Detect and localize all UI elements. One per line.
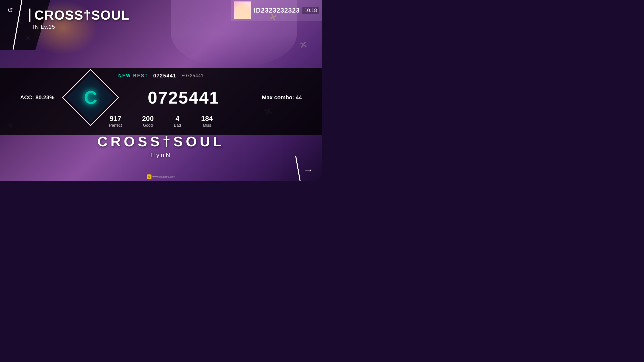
good-label: Good (142, 123, 154, 128)
miss-label: Miss (201, 123, 213, 128)
artist-name: HyuN (150, 152, 172, 159)
song-level: IN Lv.15 (33, 24, 130, 30)
watermark-icon: 金 (147, 174, 151, 179)
score-main-row: ACC: 80.23% C 0725441 Max combo: 44 (0, 82, 322, 113)
song-title: CROSS†SOUL (29, 8, 130, 23)
stats-row: 917 Perfect 200 Good 4 Bad 184 Miss (0, 115, 322, 130)
perfect-count: 917 (109, 115, 122, 123)
title-bar (29, 9, 30, 22)
bad-label: Bad (174, 123, 181, 128)
song-logo-text: CROSS†SOUL (97, 133, 225, 150)
stat-miss: 184 Miss (201, 115, 213, 128)
reload-icon: ↺ (7, 6, 13, 14)
new-best-label: NEW BEST (118, 73, 148, 78)
user-panel: ID2323232323 10.18 (231, 0, 322, 21)
user-avatar (234, 2, 251, 19)
deco-x-4: × (299, 37, 308, 52)
stat-perfect: 917 Perfect (109, 115, 122, 128)
acc-label: ACC: 80.23% (20, 94, 65, 101)
new-best-row: NEW BEST 0725441 +0725441 (0, 73, 322, 79)
watermark-text: www.yikajinfo.com (152, 175, 175, 178)
song-title-area: CROSS†SOUL IN Lv.15 (29, 8, 130, 30)
rank-diamond: C (70, 77, 111, 118)
watermark: 金 www.yikajinfo.com (147, 174, 175, 179)
main-score: 0725441 (116, 88, 252, 107)
bad-count: 4 (174, 115, 181, 123)
score-band: NEW BEST 0725441 +0725441 ACC: 80.23% C … (0, 68, 322, 135)
reload-button[interactable]: ↺ (4, 4, 16, 16)
user-id: ID2323232323 (251, 7, 302, 14)
user-rating: 10.18 (302, 7, 319, 14)
stat-good: 200 Good (142, 115, 154, 128)
perfect-label: Perfect (109, 123, 122, 128)
stat-bad: 4 Bad (174, 115, 181, 128)
max-combo: Max combo: 44 (252, 94, 302, 101)
new-best-score-value: 0725441 (153, 73, 176, 79)
nav-arrow-icon: → (303, 164, 313, 175)
new-best-diff: +0725441 (181, 73, 204, 78)
miss-count: 184 (201, 115, 213, 123)
rank-letter: C (84, 88, 97, 107)
good-count: 200 (142, 115, 154, 123)
nav-arrow-button[interactable]: → (298, 162, 318, 177)
